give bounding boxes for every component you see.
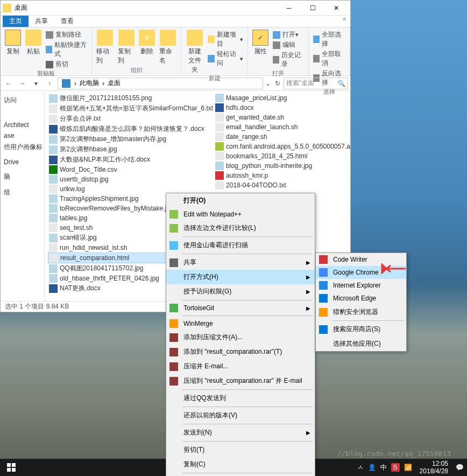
file-item[interactable]: email_handler_launch.sh <box>214 122 350 132</box>
menu-item-label: WinMerge <box>183 320 213 327</box>
moveto-button[interactable]: 移动到 <box>96 30 114 65</box>
properties-button[interactable]: ✓属性 <box>252 30 268 56</box>
select-none-button[interactable]: 全部取消 <box>313 50 345 68</box>
file-item[interactable]: hdfs.docx <box>214 103 350 113</box>
sidebar-item[interactable]: 些用户画像标签1 <box>3 141 42 153</box>
breadcrumb-desktop[interactable]: 桌面 <box>108 79 121 88</box>
file-item[interactable]: 微信图片_20171218105155.png <box>48 93 214 103</box>
menu-item[interactable]: 添加到压缩文件(A)... <box>166 330 315 345</box>
file-item[interactable]: bookmarks_2018_4_25.html <box>214 151 350 161</box>
menu-item[interactable]: 授予访问权限(G)▶ <box>166 284 315 299</box>
menu-item[interactable]: WinMerge <box>166 317 315 330</box>
sidebar-item[interactable]: 访问 <box>3 94 42 107</box>
file-item[interactable]: 大数据&NLP本周工作小结.docx <box>48 155 214 165</box>
tray-people-icon[interactable]: 👤 <box>368 464 376 471</box>
menu-item[interactable]: 剪切(T) <box>166 443 315 457</box>
select-all-button[interactable]: 全部选择 <box>313 30 345 48</box>
refresh-button[interactable]: ↻ <box>272 80 284 87</box>
file-item[interactable]: autossh_kmr.p <box>214 171 350 180</box>
rename-button[interactable]: 重命名 <box>159 30 176 65</box>
menu-item[interactable]: Edit with Notepad++ <box>166 208 315 221</box>
maximize-button[interactable]: ☐ <box>301 1 324 16</box>
file-item[interactable]: 分享会点评.txt <box>48 114 214 124</box>
copy-button[interactable]: 复制 <box>5 30 21 56</box>
open-button[interactable]: 打开 ▾ <box>273 30 304 39</box>
menu-item[interactable]: 共享▶ <box>166 255 315 270</box>
sidebar-item[interactable]: 脑 <box>3 171 42 183</box>
sidebar-item[interactable]: Architect <box>3 120 42 130</box>
menu-item-label: 添加到 "result_comparation.rar"(T) <box>183 347 282 356</box>
delete-button[interactable]: ✕删除 <box>139 30 155 56</box>
file-item[interactable]: 第2次调整hbase.jpg <box>48 144 214 155</box>
breadcrumb-dropdown[interactable]: ⌄ <box>265 80 271 87</box>
taskbar-clock[interactable]: 12:05 2018/4/28 <box>416 460 451 475</box>
menu-item[interactable]: 搜索应用商店(S) <box>316 322 406 337</box>
history-button[interactable]: 历史记录 <box>273 51 304 69</box>
new-folder-button[interactable]: 新建 文件夹 <box>186 30 203 74</box>
menu-item[interactable]: 复制(C) <box>166 457 315 472</box>
minimize-button[interactable]: ─ <box>277 1 301 16</box>
menu-item[interactable]: 选择其他应用(C) <box>316 337 406 351</box>
menu-item[interactable]: 压缩到 "result_comparation.rar" 并 E-mail <box>166 374 315 388</box>
file-item[interactable]: usertb_distcp.jpg <box>48 174 214 184</box>
new-item-button[interactable]: 新建项目 ▾ <box>208 30 243 48</box>
file-item[interactable]: Word_Doc_Title.csv <box>48 165 214 174</box>
start-button[interactable] <box>3 459 19 475</box>
notifications-button[interactable]: 💬 <box>456 464 464 471</box>
file-item[interactable]: blog_python_multi-inherite.jpg <box>214 161 350 171</box>
menu-item[interactable]: 压缩并 E-mail... <box>166 359 315 374</box>
file-item[interactable]: get_wanted_date.sh <box>214 113 350 122</box>
ime-indicator[interactable]: 中 <box>380 463 387 472</box>
menu-item[interactable]: TortoiseGit▶ <box>166 302 315 314</box>
copyto-button[interactable]: 复制到 <box>118 30 135 65</box>
recent-button[interactable]: ▾ <box>30 80 42 87</box>
menu-item[interactable]: 还原以前的版本(V) <box>166 408 315 423</box>
ribbon-group-organize: 移动到 复制到 ✕删除 重命名 组织 <box>92 27 181 75</box>
tab-home[interactable]: 主页 <box>3 16 29 27</box>
sidebar-item[interactable]: Drive <box>3 157 42 167</box>
file-item[interactable]: 2018-04-04TODO.txt <box>214 180 350 190</box>
file-icon <box>49 223 58 232</box>
forward-button[interactable]: → <box>16 80 28 87</box>
edit-button[interactable]: 编辑 <box>273 40 304 50</box>
file-icon <box>49 145 58 154</box>
file-item[interactable]: 锻炼后肌肉酸痛是怎么回事？如何快速恢复？.docx <box>48 124 214 134</box>
tab-share[interactable]: 共享 <box>29 16 54 27</box>
menu-item[interactable]: 使用金山毒霸进行扫描 <box>166 238 315 253</box>
search-input[interactable]: 搜索"桌面" 🔍 <box>284 78 348 89</box>
paste-shortcut-button[interactable]: 粘贴快捷方式 <box>46 40 87 59</box>
file-item[interactable]: 第2次调整hbase_增加master内存.jpg <box>48 134 214 144</box>
menu-item[interactable]: 添加到 "result_comparation.rar"(T) <box>166 345 315 359</box>
sidebar-item[interactable]: ase <box>3 130 42 141</box>
menu-item[interactable]: 打开方式(H)▶ <box>166 270 315 284</box>
sidebar-item[interactable]: 组 <box>3 186 42 199</box>
breadcrumb[interactable]: › 此电脑 › 桌面 <box>58 78 263 89</box>
file-item[interactable]: date_range.sh <box>214 132 350 142</box>
menu-separator <box>182 389 313 390</box>
copy-path-button[interactable]: 复制路径 <box>46 30 87 39</box>
menu-item[interactable]: 发送到(N)▶ <box>166 425 315 440</box>
menu-item[interactable]: Internet Explorer <box>316 279 406 292</box>
close-button[interactable]: ✕ <box>324 1 348 16</box>
paste-button[interactable]: 粘贴 <box>25 30 41 56</box>
menu-item[interactable]: 通过QQ发送到 <box>166 391 315 405</box>
menu-item[interactable]: Microsoft Edge <box>316 292 406 305</box>
file-item[interactable]: Masage_priceList.jpg <box>214 93 350 103</box>
menu-item[interactable]: 打开(O) <box>166 193 315 208</box>
breadcrumb-pc[interactable]: 此电脑 <box>80 79 99 88</box>
file-item[interactable]: 根据笔画+五笔+其他=形近字表SimilarFormChar_6.txt <box>48 103 214 114</box>
cut-button[interactable]: 剪切 <box>46 60 87 69</box>
file-item[interactable]: com.fanli.android.apps_5.5.0_605000057.a… <box>214 142 350 151</box>
ribbon-expand-button[interactable]: ^ <box>338 16 350 27</box>
sidebar: 访问Architectase些用户画像标签1Drive脑组 <box>1 91 45 301</box>
tray-network-icon[interactable]: 📶 <box>404 464 412 471</box>
menu-item[interactable]: 猎豹安全浏览器 <box>316 305 406 319</box>
tray-up-icon[interactable]: ㅅ <box>357 463 364 472</box>
easy-access-button[interactable]: 轻松访问 ▾ <box>208 50 243 68</box>
up-button[interactable]: ↑ <box>44 80 55 87</box>
menu-item-label: 猎豹安全浏览器 <box>333 307 378 317</box>
tab-view[interactable]: 查看 <box>54 16 80 27</box>
tray-s-icon[interactable]: S <box>391 463 400 472</box>
back-button[interactable]: ← <box>3 80 15 87</box>
menu-item[interactable]: 选择左边文件进行比较(L) <box>166 221 315 235</box>
